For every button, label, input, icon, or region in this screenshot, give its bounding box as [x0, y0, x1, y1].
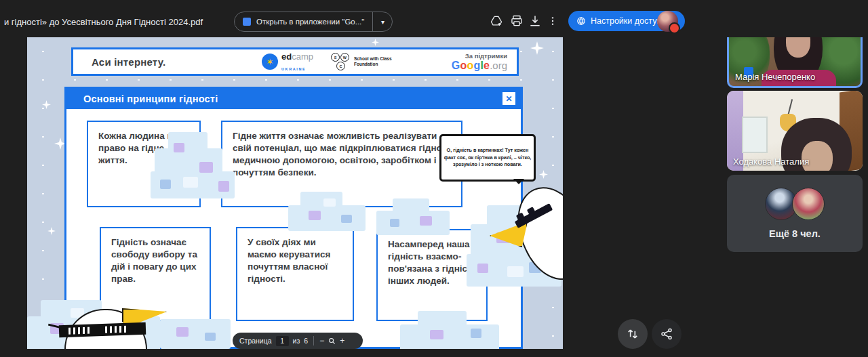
edcamp-icon: ✶	[262, 54, 278, 70]
participant-name: Марія Нечепоренко	[735, 72, 815, 82]
modal-title: Основні принципи гідності	[83, 93, 218, 104]
top-bar: и гідності» до Усесвітнього Дня Гідності…	[0, 0, 868, 37]
pdf-page: Аси інтернету. ✶ edcamp UKRAINE S W C	[27, 37, 563, 349]
open-in-app-dropdown[interactable]: ▾	[372, 12, 392, 31]
pdf-page-toolbar[interactable]: Страница 1 из 6 − +	[233, 333, 363, 349]
swap-layout-button[interactable]	[618, 319, 648, 349]
modal-title-bar: Основні принципи гідності	[66, 89, 521, 109]
edcamp-logo: ✶ edcamp UKRAINE	[262, 51, 313, 72]
open-in-app-label: Открыть в приложении "Go..."	[256, 18, 364, 26]
of-label: из	[293, 337, 300, 345]
pixel-cloud	[151, 132, 239, 208]
partner-logos: ✶ edcamp UKRAINE S W C School with Class…	[262, 49, 392, 74]
zoom-out-button[interactable]: −	[319, 336, 324, 345]
brand-title: Аси інтернету.	[92, 56, 165, 68]
pixel-cloud	[288, 192, 368, 234]
access-settings-label: Настройки доступа	[591, 16, 666, 26]
sparkle-icon	[372, 39, 379, 46]
app-icon	[243, 18, 251, 26]
goose-speech-bubble: О, гідність в картинках! Тут кожен факт …	[439, 134, 536, 182]
pixel-cloud	[160, 319, 233, 349]
add-to-drive-icon[interactable]	[490, 14, 503, 28]
sparkle-icon	[47, 227, 56, 235]
school-with-class-logo: S W C School with Class Foundation	[331, 53, 392, 70]
participant-avatars	[765, 188, 825, 220]
zoom-icon[interactable]	[328, 337, 336, 345]
slide-banner: Аси інтернету. ✶ edcamp UKRAINE S W C	[71, 47, 519, 76]
pixel-cloud	[400, 311, 502, 349]
account-avatar[interactable]	[657, 11, 678, 32]
goose-peeking	[502, 180, 563, 295]
zoom-in-button[interactable]: +	[340, 336, 344, 345]
participant-tile[interactable]: Ходакова Наталия	[727, 91, 863, 171]
principle-box: У своїх діях ми маємо керуватися почуття…	[236, 227, 354, 321]
open-in-app-button[interactable]: Открыть в приложении "Go..." ▾	[234, 12, 393, 32]
participant-name: Ходакова Наталия	[733, 156, 809, 167]
swap-arrows-icon	[626, 327, 639, 341]
pixel-cloud	[376, 198, 452, 238]
goose-with-sunglasses	[58, 297, 166, 349]
share-icon	[660, 327, 673, 341]
total-pages: 6	[304, 337, 308, 345]
print-icon[interactable]	[510, 14, 524, 28]
google-org-support: За підтримки Google.org	[452, 53, 507, 72]
sparkle-icon	[42, 100, 51, 109]
page-number-input[interactable]: 1	[276, 336, 289, 346]
more-options-icon[interactable]	[547, 14, 558, 28]
open-in-app-main[interactable]: Открыть в приложении "Go..."	[235, 12, 372, 31]
notification-badge	[669, 22, 680, 34]
document-title: и гідності» до Усесвітнього Дня Гідності…	[4, 17, 203, 27]
avatar	[792, 188, 825, 220]
window-background	[742, 117, 768, 153]
page-label: Страница	[239, 337, 272, 345]
more-participants-label: Ещё 8 чел.	[769, 228, 821, 239]
download-icon[interactable]	[528, 14, 542, 28]
more-participants-tile[interactable]: Ещё 8 чел.	[727, 175, 863, 252]
google-wordmark: Google	[452, 60, 490, 71]
close-icon[interactable]: ✕	[502, 92, 515, 105]
google-org-suffix: .org	[490, 60, 507, 71]
chevron-down-icon: ▾	[381, 18, 384, 26]
lock-icon	[576, 16, 586, 26]
sparkle-icon	[530, 41, 544, 55]
sparkle-icon	[539, 170, 548, 179]
google-drive-pdf-preview-with-meet: и гідності» до Усесвітнього Дня Гідності…	[0, 0, 868, 357]
share-button[interactable]	[652, 319, 682, 349]
toolbar-divider	[313, 336, 314, 345]
